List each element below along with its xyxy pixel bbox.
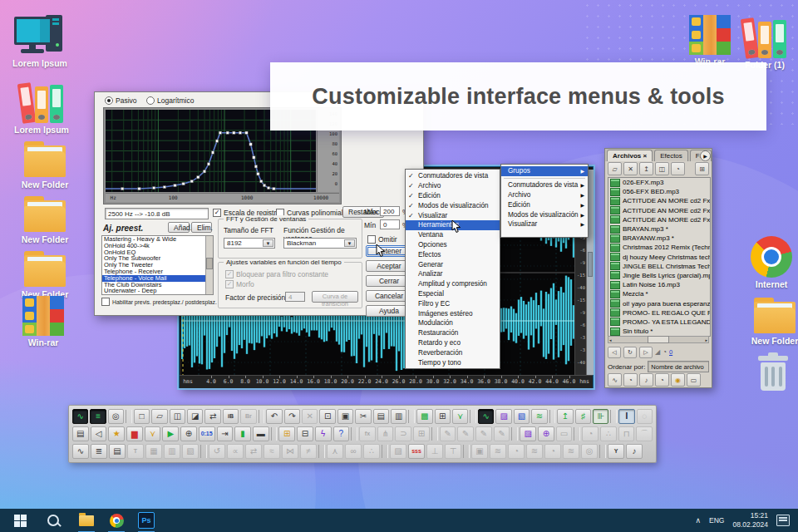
photoshop-icon[interactable]: Ps xyxy=(136,510,156,530)
waveform-view-button[interactable]: ∿ xyxy=(72,409,88,424)
show-duration-icon[interactable]: ◔ xyxy=(655,373,669,387)
max-input[interactable]: 200 xyxy=(380,206,400,216)
menu-item-efectos[interactable]: Efectos xyxy=(406,249,500,259)
arch-button[interactable]: ⌒ xyxy=(636,426,653,441)
paste-button[interactable]: ▤ xyxy=(373,409,389,424)
desktop-icon-recycle-bin[interactable] xyxy=(743,349,798,395)
menu-item-amplitud-y-compresi-n[interactable]: Amplitud y compresión xyxy=(406,279,500,289)
submenu-item-modos-de-visualizaci-n[interactable]: Modos de visualización▶ xyxy=(501,209,588,219)
phase-display-button[interactable]: ≋ xyxy=(531,409,547,424)
fft-eq-button[interactable]: ∿ xyxy=(72,444,89,459)
menu-item-tiempo-y-tono[interactable]: Tiempo y tono xyxy=(406,357,500,367)
desktop-icon-new-folder-1[interactable]: New Folder xyxy=(15,135,75,190)
timeline-ruler[interactable]: hmshms4.06.08.010.012.014.016.018.020.02… xyxy=(180,375,593,388)
goto-button[interactable]: ⇥ xyxy=(217,426,234,441)
marker-list-button[interactable]: ♯ xyxy=(575,409,591,424)
envelope-button[interactable]: ▤ xyxy=(109,444,126,459)
radio3-button[interactable]: ≋ xyxy=(563,444,579,459)
language-indicator[interactable]: ENG xyxy=(709,516,724,525)
dock-button[interactable]: ⊞ xyxy=(413,426,430,441)
delete-preset-button[interactable]: Elim. xyxy=(191,222,212,233)
open-file-button[interactable]: ▱ xyxy=(151,409,167,424)
note-button[interactable]: ♪ xyxy=(626,444,643,459)
import-button[interactable]: iB xyxy=(223,409,239,424)
show-path-icon[interactable]: ▭ xyxy=(687,373,701,387)
menu-item-filtro-y-ec[interactable]: Filtro y EC xyxy=(406,298,500,308)
show-video-icon[interactable]: ◉ xyxy=(671,373,685,387)
normalize-button[interactable]: ▬ xyxy=(253,426,269,441)
time-selection-tool[interactable]: I xyxy=(618,409,634,424)
loop-icon[interactable]: ↻ xyxy=(623,347,637,358)
mix-paste-button[interactable]: ▥ xyxy=(391,409,406,424)
zoom-button[interactable]: ⊕ xyxy=(180,426,197,441)
help-button[interactable]: ? xyxy=(333,426,350,441)
marquee-tool[interactable]: ◌ xyxy=(637,409,653,424)
preset-list[interactable]: Mastering - Heavy & WideOnHold 400->4kOn… xyxy=(101,235,214,295)
notification-icon[interactable] xyxy=(776,515,790,526)
cd-view-button[interactable]: ◎ xyxy=(108,409,124,424)
menu-item-opciones[interactable]: Opciones xyxy=(406,240,500,250)
file-list-item[interactable]: PROMO- YA ESTA LLEGANDO xyxy=(608,318,710,327)
desktop-icon-internet[interactable]: Internet xyxy=(741,234,798,290)
file-list-item[interactable]: Latin Noise 16.mp3 xyxy=(608,280,710,289)
menu-item-im-genes-est-reo[interactable]: Imágenes estéreo xyxy=(406,308,500,318)
pencil-edit-button[interactable]: ✎ xyxy=(440,426,456,441)
window-fn-dropdown[interactable]: Blackman▼ xyxy=(283,238,357,249)
audio-hw-button[interactable]: ⊟ xyxy=(297,426,313,441)
check-habilitar-previs[interactable]: Habilitar previs. predesplaz./ postdespl… xyxy=(101,298,217,306)
close-file-icon[interactable]: ✕ xyxy=(623,162,638,175)
clock[interactable]: 15:21 08.02.2024 xyxy=(732,511,768,529)
preview-clock-icon[interactable]: ◔ xyxy=(663,348,667,356)
tab-archivos[interactable]: Archivos × xyxy=(607,150,653,161)
search-icon[interactable] xyxy=(43,510,63,530)
waves-button[interactable]: ≈ xyxy=(264,444,280,459)
file-list-item[interactable]: ACTITUDE AN MORE cd2 Fx (1 xyxy=(608,196,710,205)
new-doc-button[interactable]: ▤ xyxy=(72,426,89,441)
insert-cd-icon[interactable]: ◫ xyxy=(655,162,669,175)
histogram-button[interactable]: ▥ xyxy=(164,444,180,459)
desktop-icon-winrar-top[interactable]: Win-rar xyxy=(680,12,740,67)
file-list-item[interactable]: ACTITUDE AN MORE cd2 Fx (1 xyxy=(608,206,710,215)
nodes-button[interactable]: ∝ xyxy=(227,444,244,459)
pitch-button[interactable]: ⋏ xyxy=(327,444,343,459)
favorites-button[interactable]: ★ xyxy=(108,426,125,441)
preview-count[interactable]: 0 xyxy=(669,348,672,356)
spectrum-button[interactable]: ▦ xyxy=(145,444,162,459)
mixer-button[interactable]: ⊞ xyxy=(278,426,295,441)
file-list-item[interactable]: Jingle Bells Lyrics (parcial).mp3 * xyxy=(608,271,710,280)
menu-item-restauraci-n[interactable]: Restauración xyxy=(406,328,500,338)
file-list-item[interactable]: BRAYAN.mp3 * xyxy=(608,224,710,234)
preview-speaker-icon[interactable]: ◁ xyxy=(608,347,621,358)
tab-efectos[interactable]: Efectos xyxy=(654,150,688,161)
stats-button[interactable]: ∴ xyxy=(600,426,617,441)
menu-item-analizar[interactable]: Analizar xyxy=(406,269,500,279)
pencil-off-button[interactable]: ✎ xyxy=(494,426,510,441)
spectral-select-button[interactable]: ▩ xyxy=(416,409,432,424)
menu-item-conmutadores-de-vista[interactable]: ✓Conmutadores de vista xyxy=(406,171,500,181)
menu-item-reverberaci-n[interactable]: Reverberación xyxy=(406,347,500,357)
new-file-button[interactable]: □ xyxy=(134,409,150,424)
bridge-button[interactable]: Br xyxy=(240,409,256,424)
sss-button[interactable]: sss xyxy=(408,444,425,459)
submenu-item-conmutadores-de-vista[interactable]: Conmutadores de vista▶ xyxy=(501,180,588,190)
add-filter-button[interactable]: ⋎ xyxy=(452,409,468,424)
file-explorer-icon[interactable] xyxy=(76,510,96,530)
show-waveforms-icon[interactable]: ∿ xyxy=(608,373,622,387)
insert-multitrack-icon[interactable]: ↥ xyxy=(639,162,653,175)
file-list-item[interactable]: Mezcla * xyxy=(608,289,710,298)
menu-item-herramientas[interactable]: Herramientas xyxy=(406,220,500,230)
file-list-item[interactable]: ol! yayo para buena esperanza.m xyxy=(608,298,710,308)
menu-item-edici-n[interactable]: ✓Edición xyxy=(406,191,500,201)
shuffle-button[interactable]: ⇄ xyxy=(245,444,262,459)
color-swatch-button[interactable]: ▆ xyxy=(126,426,143,441)
save-button[interactable]: ◫ xyxy=(170,409,185,424)
fx-button[interactable]: fx xyxy=(359,426,376,441)
start-button[interactable] xyxy=(10,510,30,530)
submenu-item-archivo[interactable]: Archivo▶ xyxy=(501,190,588,200)
file-list[interactable]: 026-EFX.mp3056-EFX BED.mp3ACTITUDE AN MO… xyxy=(608,177,711,337)
spectral-display-button[interactable]: ▨ xyxy=(495,409,511,424)
chart-button[interactable]: ▧ xyxy=(182,444,199,459)
desktop-icon-new-folder-2[interactable]: New Folder xyxy=(15,190,75,245)
submenu-item-edici-n[interactable]: Edición▶ xyxy=(501,200,588,209)
menu-item-ventana[interactable]: Ventana xyxy=(406,230,500,240)
